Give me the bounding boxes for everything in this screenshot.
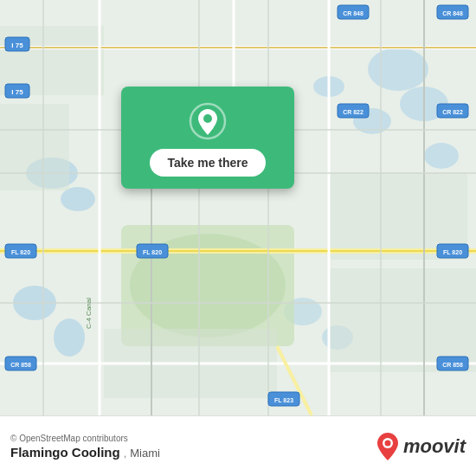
svg-text:I 75: I 75: [11, 88, 23, 96]
svg-text:CR 822: CR 822: [343, 109, 363, 115]
svg-point-65: [384, 440, 390, 446]
moovit-logo: moovit: [376, 431, 466, 462]
svg-point-4: [54, 318, 85, 357]
moovit-pin-icon: [376, 431, 400, 462]
take-me-there-button[interactable]: Take me there: [150, 149, 265, 177]
svg-text:C-4 Canal: C-4 Canal: [85, 298, 93, 329]
map-container: I 75 I 75 CR 848 CR 848 CR 822 CR 822 FL…: [0, 0, 476, 415]
svg-point-5: [368, 48, 428, 91]
svg-point-63: [203, 114, 212, 123]
svg-text:I 75: I 75: [11, 42, 23, 49]
svg-point-2: [61, 187, 95, 211]
svg-text:CR 822: CR 822: [442, 109, 463, 115]
svg-text:FL 823: FL 823: [274, 397, 293, 403]
svg-text:FL 820: FL 820: [443, 249, 462, 255]
svg-text:FL 820: FL 820: [143, 249, 162, 255]
svg-point-9: [424, 143, 459, 169]
moovit-brand-text: moovit: [403, 435, 466, 458]
svg-text:CR 848: CR 848: [442, 10, 463, 16]
svg-rect-15: [0, 104, 69, 190]
copyright-text: © OpenStreetMap contributors: [10, 434, 160, 443]
svg-text:CR 858: CR 858: [10, 362, 31, 368]
bottom-bar: © OpenStreetMap contributors Flamingo Co…: [0, 415, 476, 476]
business-name: Flamingo Cooling: [10, 445, 120, 460]
svg-text:FL 820: FL 820: [11, 249, 30, 255]
bottom-left-info: © OpenStreetMap contributors Flamingo Co…: [10, 434, 160, 460]
location-card: Take me there: [121, 87, 294, 189]
business-city: Miami: [130, 447, 160, 460]
svg-text:CR 858: CR 858: [442, 362, 463, 368]
map-pin-icon: [189, 102, 227, 140]
svg-text:CR 848: CR 848: [343, 10, 363, 16]
